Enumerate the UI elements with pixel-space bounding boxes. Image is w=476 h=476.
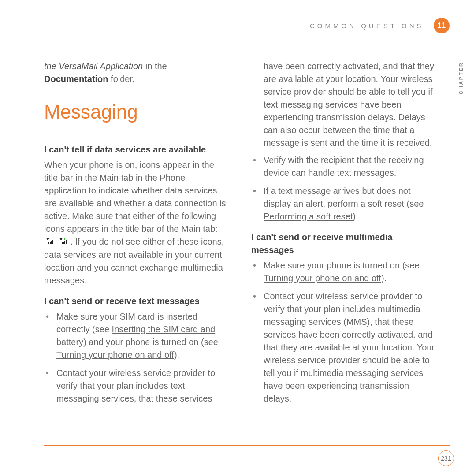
page-footer: 231	[0, 445, 476, 463]
svg-rect-1	[50, 242, 51, 244]
list-item: Contact your wireless service provider t…	[251, 290, 436, 405]
b1b: ) and your phone is turned on (see	[83, 337, 218, 347]
section-heading: Messaging	[44, 98, 220, 129]
intro-end: folder.	[108, 74, 135, 84]
para-data-services: When your phone is on, icons appear in t…	[44, 159, 229, 287]
link-soft-reset[interactable]: Performing a soft reset	[264, 212, 353, 221]
mb1b: ).	[381, 273, 387, 283]
svg-rect-3	[52, 240, 53, 244]
svg-rect-4	[62, 242, 63, 244]
intro-bold: Documentation	[44, 74, 108, 84]
chapter-side-label: CHAPTER	[458, 62, 464, 94]
svg-rect-0	[48, 242, 49, 244]
mms-list: Make sure your phone is turned on (see T…	[251, 259, 436, 405]
rb2: Verify with the recipient that the recei…	[264, 155, 424, 178]
content-columns: the VersaMail Application in the Documen…	[0, 33, 476, 410]
mb2: Contact your wireless service provider t…	[264, 291, 435, 403]
page-number: 231	[438, 450, 454, 466]
continuation-para: have been correctly activated, and that …	[251, 60, 436, 149]
chapter-badge: 11	[434, 18, 450, 33]
b2: Contact your wireless service provider t…	[56, 368, 215, 403]
svg-rect-2	[51, 241, 52, 244]
left-column: the VersaMail Application in the Documen…	[44, 60, 229, 410]
intro-italic: the VersaMail Application	[44, 61, 143, 71]
svg-rect-6	[64, 241, 65, 244]
footer-rule	[44, 445, 450, 446]
list-item: Make sure your phone is turned on (see T…	[251, 259, 436, 285]
para1b: . If you do not see either of these icon…	[44, 237, 224, 285]
right-column: have been correctly activated, and that …	[251, 60, 436, 410]
mb1a: Make sure your phone is turned on (see	[264, 260, 420, 270]
link-phone-onoff[interactable]: Turning your phone on and off	[56, 350, 174, 360]
svg-rect-7	[66, 240, 67, 244]
link-phone-onoff-2[interactable]: Turning your phone on and off	[264, 273, 381, 283]
header-title: COMMON QUESTIONS	[310, 22, 424, 30]
text-msg-list-cont: Verify with the recipient that the recei…	[251, 154, 436, 223]
list-item: Verify with the recipient that the recei…	[251, 154, 436, 179]
subhead-mms: I can't send or receive multimedia messa…	[251, 231, 436, 257]
rb3b: ).	[353, 212, 358, 221]
b1c: ).	[174, 350, 179, 360]
list-item: If a text message arrives but does not d…	[251, 185, 436, 223]
subhead-text-msgs: I can't send or receive text messages	[44, 295, 229, 308]
rb3a: If a text message arrives but does not d…	[264, 186, 424, 208]
list-item: Contact your wireless service provider t…	[44, 367, 229, 405]
svg-rect-5	[63, 242, 64, 244]
para1a: When your phone is on, icons appear in t…	[44, 160, 226, 234]
intro-paragraph: the VersaMail Application in the Documen…	[44, 60, 229, 86]
intro-mid: in the	[143, 61, 167, 71]
subhead-data-services: I can't tell if data services are availa…	[44, 143, 229, 156]
text-msg-list: Make sure your SIM card is inserted corr…	[44, 310, 229, 405]
signal-icon-black	[45, 236, 54, 249]
page-header: COMMON QUESTIONS 11	[0, 0, 476, 33]
signal-icon-green	[58, 236, 67, 249]
list-item: Make sure your SIM card is inserted corr…	[44, 310, 229, 361]
